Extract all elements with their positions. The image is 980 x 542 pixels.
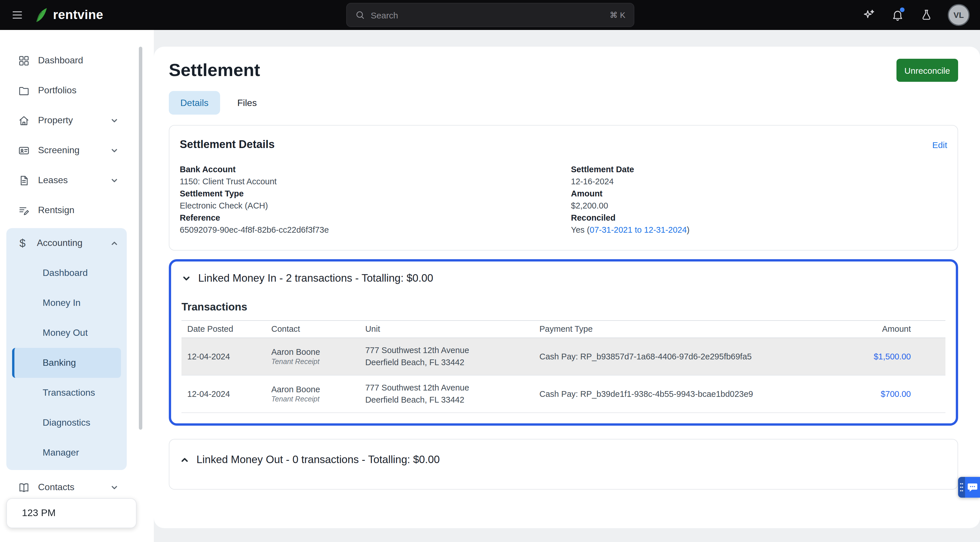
sidebar-item-portfolios[interactable]: Portfolios: [0, 75, 154, 105]
sidebar-item-accounting[interactable]: $ Accounting: [6, 228, 127, 258]
sidebar-subitem-transactions[interactable]: Transactions: [12, 378, 121, 408]
bank-account-label: Bank Account: [180, 164, 571, 176]
bank-account-value: 1150: Client Trust Account: [180, 176, 571, 188]
unit-address-line1: 777 Southwest 12th Avenue: [365, 382, 528, 394]
page-title: Settlement: [169, 60, 260, 81]
transactions-title: Transactions: [181, 300, 945, 313]
search-shortcut: ⌘ K: [610, 10, 625, 19]
reconciled-suffix: ): [687, 225, 690, 234]
chevron-up-icon: [180, 455, 189, 464]
tab-details[interactable]: Details: [169, 91, 220, 114]
hamburger-icon: [11, 9, 24, 21]
chevron-up-icon: [110, 239, 119, 247]
reconciled-date-range-link[interactable]: 07-31-2021 to 12-31-2024: [590, 225, 687, 234]
sparkles-icon: [862, 9, 875, 21]
cell-contact: Aaron Boone Tenant Receipt: [266, 338, 360, 375]
settlement-type-value: Electronic Check (ACH): [180, 200, 571, 212]
contact-name: Aaron Boone: [271, 385, 354, 394]
settlement-date-value: 12-16-2024: [571, 176, 947, 188]
grip-dots-icon: [959, 482, 964, 493]
fields-column-right: Settlement Date 12-16-2024 Amount $2,200…: [571, 164, 947, 236]
sidebar-item-label: Leases: [38, 175, 68, 186]
settlement-type-label: Settlement Type: [180, 188, 571, 200]
rentvine-logo[interactable]: rentvine: [35, 7, 103, 23]
unreconcile-button[interactable]: Unreconcile: [896, 59, 958, 82]
chevron-down-icon: [110, 116, 119, 125]
sidebar-item-screening[interactable]: Screening: [0, 135, 154, 165]
edit-link[interactable]: Edit: [932, 140, 947, 149]
content-panel: Settlement Unreconcile Details Files Set…: [154, 47, 980, 528]
sidebar-subitem-label: Manager: [43, 448, 79, 458]
sidebar-item-leases[interactable]: Leases: [0, 165, 154, 195]
user-avatar[interactable]: VL: [948, 4, 970, 26]
sidebar-item-label: Accounting: [37, 238, 83, 248]
transaction-row[interactable]: 12-04-2024 Aaron Boone Tenant Receipt 77…: [181, 375, 945, 413]
transactions-table: Date Posted Contact Unit Payment Type Am…: [181, 320, 945, 413]
chat-drag-handle[interactable]: [958, 477, 965, 497]
reconciled-label: Reconciled: [571, 212, 947, 224]
sidebar-subitem-banking[interactable]: Banking: [12, 348, 121, 378]
accounting-group: $ Accounting Dashboard Money In Money Ou…: [6, 228, 127, 470]
cell-amount: $700.00: [865, 375, 946, 413]
column-unit: Unit: [360, 321, 534, 338]
reconciled-value: Yes (07-31-2021 to 12-31-2024): [571, 224, 947, 236]
sidebar-subitem-dashboard[interactable]: Dashboard: [12, 258, 121, 288]
reconciled-prefix: Yes (: [571, 225, 590, 234]
column-payment-type: Payment Type: [534, 321, 865, 338]
reference-label: Reference: [180, 212, 571, 224]
sidebar-subitem-diagnostics[interactable]: Diagnostics: [12, 408, 121, 438]
linked-money-in-toggle[interactable]: Linked Money In - 2 transactions - Total…: [181, 272, 945, 285]
settlement-details-card: Settlement Details Edit Bank Account 115…: [169, 125, 958, 251]
main-area: Settlement Unreconcile Details Files Set…: [154, 30, 980, 542]
chat-widget[interactable]: [958, 477, 980, 497]
timestamp-overlay: 123 PM: [6, 498, 137, 528]
chat-open-button[interactable]: [965, 477, 980, 497]
flask-icon: [920, 9, 933, 21]
tab-files[interactable]: Files: [226, 91, 269, 114]
chat-bubble-icon: [967, 482, 978, 493]
tabs: Details Files: [169, 91, 958, 114]
folder-icon: [17, 84, 30, 97]
sidebar-item-property[interactable]: Property: [0, 105, 154, 135]
unit-address-line2: Deerfield Beach, FL 33442: [365, 356, 528, 369]
global-search[interactable]: ⌘ K: [346, 3, 634, 27]
amount-label: Amount: [571, 188, 947, 200]
app-root: rentvine ⌘ K: [0, 0, 980, 542]
sidebar-subitem-money-out[interactable]: Money Out: [12, 318, 121, 348]
sidebar-item-dashboard[interactable]: Dashboard: [0, 46, 154, 75]
table-header: Date Posted Contact Unit Payment Type Am…: [181, 321, 945, 338]
topbar: rentvine ⌘ K: [0, 0, 980, 30]
ai-assistant-button[interactable]: [861, 8, 876, 22]
sidebar-scrollbar[interactable]: [139, 47, 142, 430]
signature-icon: [17, 204, 30, 216]
chevron-down-icon: [110, 176, 119, 184]
sidebar-item-rentsign[interactable]: Rentsign: [0, 195, 154, 225]
cell-payment-type: Cash Pay: RP_b39de1f1-938c-4b55-9943-bca…: [534, 375, 865, 413]
search-input[interactable]: [371, 10, 604, 20]
sidebar-item-label: Portfolios: [38, 85, 76, 95]
cell-date: 12-04-2024: [181, 375, 266, 413]
settlement-details-header: Settlement Details Edit: [180, 138, 947, 151]
sidebar-subitem-money-in[interactable]: Money In: [12, 288, 121, 318]
linked-money-out-card: Linked Money Out - 0 transactions - Tota…: [169, 439, 958, 490]
menu-button[interactable]: [9, 7, 25, 23]
sidebar-subitem-label: Banking: [43, 358, 76, 368]
linked-money-out-toggle[interactable]: Linked Money Out - 0 transactions - Tota…: [180, 453, 947, 466]
id-card-icon: [17, 144, 30, 156]
sidebar: Dashboard Portfolios Property Screening: [0, 30, 154, 542]
sidebar-item-label: Rentsign: [38, 205, 74, 215]
labs-button[interactable]: [919, 8, 934, 22]
amount-link[interactable]: $1,500.00: [874, 352, 911, 361]
column-amount: Amount: [865, 321, 946, 338]
dollar-icon: $: [16, 238, 29, 248]
amount-link[interactable]: $700.00: [881, 389, 911, 399]
notifications-button[interactable]: [890, 8, 905, 22]
sidebar-item-label: Screening: [38, 145, 80, 156]
sidebar-item-contacts[interactable]: Contacts: [0, 472, 154, 502]
settlement-date-label: Settlement Date: [571, 164, 947, 176]
transaction-row[interactable]: 12-04-2024 Aaron Boone Tenant Receipt 77…: [181, 338, 945, 375]
sidebar-subitem-label: Transactions: [43, 388, 95, 398]
sidebar-item-label: Contacts: [38, 482, 74, 493]
sidebar-subitem-manager[interactable]: Manager: [12, 438, 121, 468]
house-icon: [17, 114, 30, 126]
